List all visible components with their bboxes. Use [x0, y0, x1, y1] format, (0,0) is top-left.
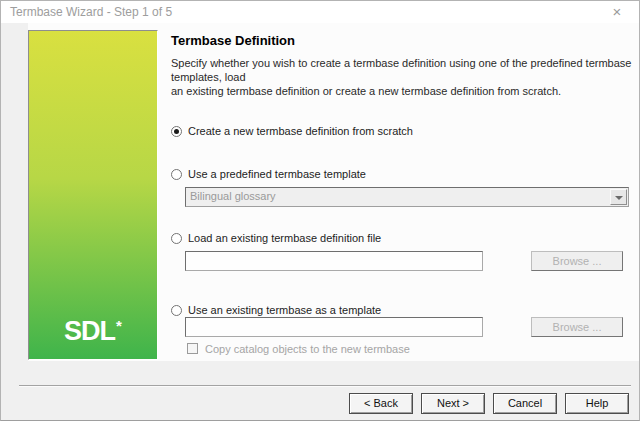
- back-button[interactable]: < Back: [349, 393, 413, 414]
- page-title: Termbase Definition: [171, 33, 295, 48]
- footer-separator: [19, 385, 631, 387]
- radio-create-from-scratch[interactable]: Create a new termbase definition from sc…: [171, 124, 413, 138]
- sdl-logo-star-icon: *: [116, 317, 122, 334]
- chevron-down-icon[interactable]: [610, 189, 627, 205]
- cancel-button[interactable]: Cancel: [493, 393, 557, 414]
- help-button[interactable]: Help: [565, 393, 629, 414]
- page-description-line2: an existing termbase definition or creat…: [171, 84, 633, 98]
- radio-unselected-icon: [171, 233, 182, 244]
- wizard-banner-panel: SDL*: [28, 30, 158, 360]
- termbase-wizard-window: Termbase Wizard - Step 1 of 5 × SDL* Ter…: [0, 0, 640, 421]
- copy-catalog-checkbox[interactable]: Copy catalog objects to the new termbase: [187, 342, 410, 355]
- page-description-line1: Specify whether you wish to create a ter…: [171, 56, 633, 84]
- radio-selected-icon: [171, 126, 182, 137]
- radio-load-definition-file-label: Load an existing termbase definition fil…: [188, 232, 381, 244]
- template-dropdown-value: Bilingual glossary: [190, 190, 606, 202]
- titlebar: Termbase Wizard - Step 1 of 5 ×: [1, 1, 639, 23]
- browse-definition-file-button[interactable]: Browse ...: [531, 251, 623, 271]
- next-button[interactable]: Next >: [421, 393, 485, 414]
- definition-file-path-input[interactable]: [185, 251, 483, 271]
- checkbox-unchecked-icon: [187, 343, 198, 354]
- radio-predefined-template-label: Use a predefined termbase template: [188, 168, 366, 180]
- close-icon[interactable]: ×: [605, 2, 629, 22]
- browse-existing-termbase-button[interactable]: Browse ...: [531, 317, 623, 337]
- radio-existing-termbase-template[interactable]: Use an existing termbase as a template: [171, 303, 381, 317]
- dialog-body: SDL* Termbase Definition Specify whether…: [1, 23, 639, 420]
- sdl-logo-text: SDL: [64, 316, 115, 346]
- radio-predefined-template[interactable]: Use a predefined termbase template: [171, 167, 366, 181]
- radio-unselected-icon: [171, 169, 182, 180]
- radio-create-from-scratch-label: Create a new termbase definition from sc…: [188, 125, 413, 137]
- window-title: Termbase Wizard - Step 1 of 5: [10, 5, 172, 19]
- radio-unselected-icon: [171, 305, 182, 316]
- copy-catalog-checkbox-label: Copy catalog objects to the new termbase: [205, 343, 410, 355]
- sdl-logo: SDL*: [29, 316, 157, 347]
- radio-load-definition-file[interactable]: Load an existing termbase definition fil…: [171, 231, 381, 245]
- radio-existing-termbase-template-label: Use an existing termbase as a template: [188, 304, 381, 316]
- template-dropdown[interactable]: Bilingual glossary: [185, 187, 629, 207]
- existing-termbase-path-input[interactable]: [185, 317, 483, 337]
- page-description: Specify whether you wish to create a ter…: [171, 56, 633, 98]
